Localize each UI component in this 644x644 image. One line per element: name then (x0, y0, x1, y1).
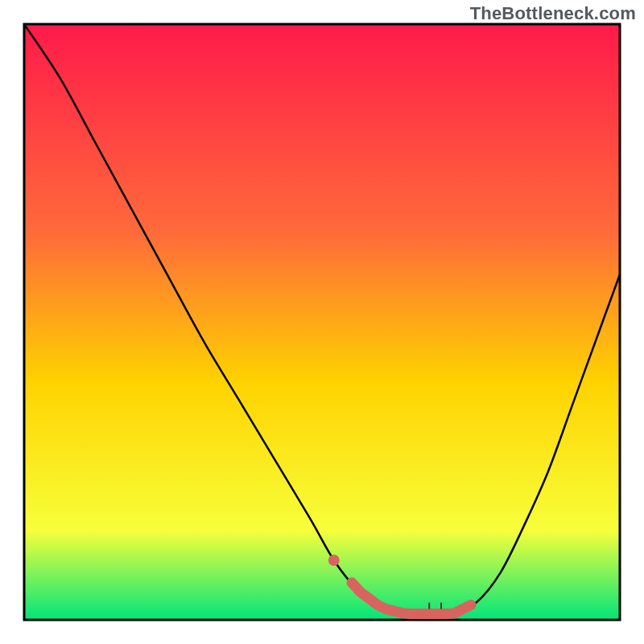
bottleneck-chart (0, 0, 644, 644)
svg-rect-2 (428, 603, 430, 609)
svg-rect-3 (440, 603, 442, 609)
plot-background (24, 24, 620, 620)
chart-stage: TheBottleneck.com (0, 0, 644, 644)
svg-point-1 (328, 555, 340, 566)
